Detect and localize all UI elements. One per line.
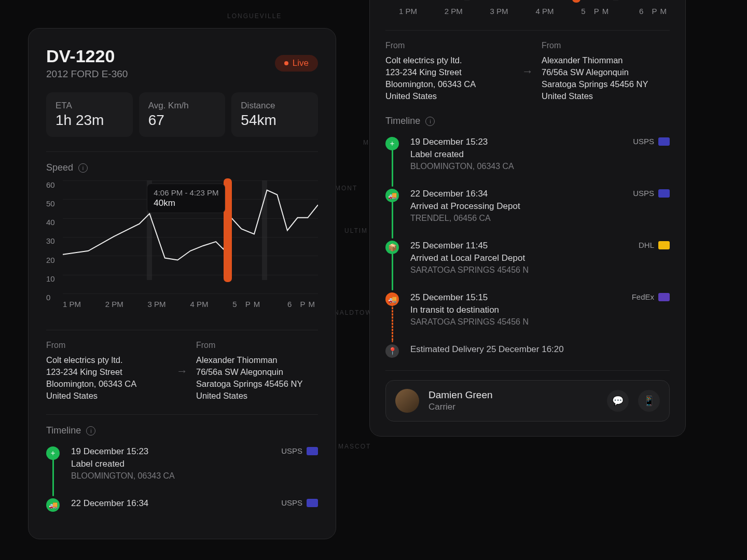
live-dot-icon [284,61,288,65]
stat-distance: Distance 54km [231,92,318,137]
x-axis: 1 PM2 PM3 PM4 PM5 PM6 PM [399,7,670,16]
stat-value: 54km [241,112,309,129]
stat-label: ETA [56,101,123,111]
carrier-badge-icon [658,241,670,249]
detail-panel: 100 1 PM2 PM3 PM4 PM5 PM6 PM From Colt e… [369,0,686,437]
vehicle-panel: DV-1220 2012 FORD E-360 Live ETA 1h 23m … [28,28,336,539]
info-icon[interactable]: i [425,117,435,126]
info-icon[interactable]: i [78,163,88,173]
box-icon: 📦 [385,241,399,254]
carrier-card[interactable]: Damien Green Carrier 💬 📱 [385,380,670,422]
tooltip-value: 40km [154,198,218,208]
tooltip-range: 4:06 PM - 4:23 PM [154,188,218,197]
carrier-badge-icon [307,447,318,455]
info-icon[interactable]: i [86,426,95,436]
timeline-right: ＋19 December 15:23Label createdBLOOMINGT… [385,134,670,341]
map-label: MONT [335,185,357,192]
timeline-item[interactable]: 🚚22 December 16:34Arrived at Processing … [385,186,670,237]
stat-avg: Avg. Km/h 67 [139,92,226,137]
call-button[interactable]: 📱 [638,390,660,412]
carrier-badge-icon [658,189,670,198]
chart-tooltip: 4:06 PM - 4:23 PM 40km [147,184,225,213]
map-label: ULTIM [344,227,368,234]
carrier-badge-icon [307,499,318,507]
address-row: From Colt electrics pty ltd. 123-234 Kin… [46,341,318,402]
timeline-item[interactable]: 🚚25 December 15:15In transit to destinat… [385,289,670,341]
vehicle-id: DV-1220 [46,46,128,66]
timeline-item[interactable]: 📦25 December 11:45Arrived at Local Parce… [385,237,670,289]
plus-icon: ＋ [46,446,60,460]
timeline-section-header: Timeline i [46,425,318,436]
pin-icon: 📍 [385,344,399,358]
address-row: From Colt electrics pty ltd.123-234 King… [385,41,670,102]
carrier-role: Carrier [428,402,598,412]
avatar [395,389,419,413]
to-address: From Alexander Thiomman 76/56a SW Alegon… [196,341,318,402]
map-label: NALDTOW [334,309,372,316]
from-address: From Colt electrics pty ltd. 123-234 Kin… [46,341,168,402]
truck-icon: 🚚 [385,292,399,306]
speed-chart[interactable]: 6050403020100 4:06 PM - 4:23 PM 40km 1 P… [46,180,318,315]
timeline-item[interactable]: ＋19 December 15:23Label createdBLOOMINGT… [385,134,670,186]
timeline-item[interactable]: ＋ 19 December 15:23 Label created BLOOMI… [46,443,318,495]
chart-scrubber[interactable] [572,0,580,3]
map-label: LONGUEVILLE [227,12,282,20]
y-axis: 6050403020100 [46,180,55,302]
speed-label: Speed [46,162,73,173]
chat-button[interactable]: 💬 [607,390,629,412]
timeline-left: ＋ 19 December 15:23 Label created BLOOMI… [46,443,318,526]
map-label: M [363,139,369,146]
stat-label: Avg. Km/h [148,101,216,111]
carrier-name: Damien Green [428,389,598,401]
arrow-right-icon: → [176,365,188,378]
x-axis: 1 PM2 PM3 PM4 PM5 PM6 PM [63,300,318,309]
timeline-section-header: Timeline i [385,116,670,127]
carrier-badge-icon [658,293,670,301]
map-label: MASCOT [338,443,371,450]
stat-value: 1h 23m [56,112,123,129]
speed-section-header: Speed i [46,162,318,173]
stat-label: Distance [241,101,309,111]
truck-icon: 🚚 [46,498,60,512]
timeline-item[interactable]: 🚚 22 December 16:34 USPS [46,495,318,526]
plus-icon: ＋ [385,137,399,150]
stat-value: 67 [148,112,216,129]
vehicle-subtitle: 2012 FORD E-360 [46,68,128,80]
live-badge: Live [275,55,318,72]
truck-icon: 🚚 [385,189,399,202]
arrow-right-icon: → [522,65,533,78]
carrier-badge-icon [658,137,670,146]
stat-eta: ETA 1h 23m [46,92,133,137]
live-label: Live [293,58,309,68]
